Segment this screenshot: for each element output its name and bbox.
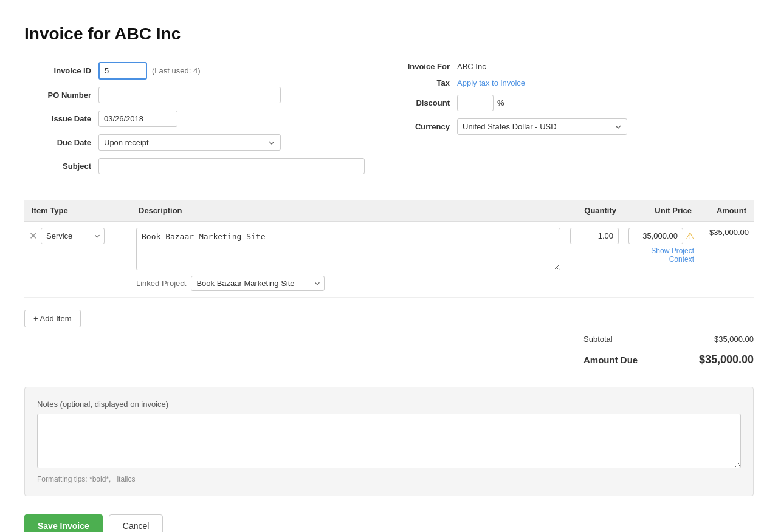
invoice-id-input[interactable] (98, 62, 147, 80)
col-header-unit-price: Unit Price (624, 200, 699, 222)
col-header-quantity: Quantity (565, 200, 624, 222)
subject-input[interactable] (98, 158, 365, 174)
tax-label: Tax (401, 78, 450, 87)
subtotal-value: $35,000.00 (714, 335, 754, 344)
discount-input[interactable] (457, 95, 494, 111)
po-number-label: PO Number (24, 90, 91, 100)
action-buttons: Save Invoice Cancel (24, 514, 754, 532)
currency-select[interactable]: United States Dollar - USD Euro - EUR Br… (457, 118, 627, 135)
items-table: Item Type Description Quantity Unit Pric… (24, 200, 754, 298)
unit-price-input[interactable] (628, 228, 683, 244)
notes-textarea[interactable] (37, 414, 741, 468)
col-header-amount: Amount (699, 200, 754, 222)
formatting-tips: Formatting tips: *bold*, _italics_ (37, 475, 741, 483)
amount-due-value: $35,000.00 (699, 353, 754, 366)
page-title: Invoice for ABC Inc (24, 24, 754, 44)
last-used-text: (Last used: 4) (152, 66, 201, 75)
po-number-input[interactable] (98, 87, 281, 103)
item-type-select[interactable]: Service Product Hours (41, 228, 105, 244)
quantity-input[interactable] (570, 228, 619, 244)
totals-section: Subtotal $35,000.00 Amount Due $35,000.0… (584, 332, 754, 369)
discount-label: Discount (401, 98, 450, 107)
notes-label: Notes (optional, displayed on invoice) (37, 400, 741, 409)
issue-date-input[interactable] (98, 111, 177, 127)
currency-label: Currency (401, 122, 450, 131)
warning-icon: ⚠ (686, 230, 694, 242)
remove-icon: ✕ (29, 231, 37, 241)
invoice-for-value: ABC Inc (457, 62, 486, 71)
amount-due-label: Amount Due (584, 355, 638, 365)
subtotal-label: Subtotal (584, 335, 613, 344)
col-header-description: Description (131, 200, 565, 222)
invoice-for-label: Invoice For (401, 62, 450, 71)
save-invoice-button[interactable]: Save Invoice (24, 514, 103, 532)
add-item-button[interactable]: + Add Item (24, 310, 81, 327)
notes-section: Notes (optional, displayed on invoice) F… (24, 387, 754, 496)
description-textarea[interactable]: Book Bazaar Marketing Site (136, 228, 560, 270)
due-date-label: Due Date (24, 138, 91, 147)
apply-tax-link[interactable]: Apply tax to invoice (457, 78, 525, 87)
percent-sign: % (497, 98, 504, 107)
invoice-id-label: Invoice ID (24, 66, 91, 75)
table-row: ✕ Service Product Hours Book Bazaar Mark… (24, 222, 754, 298)
cancel-button[interactable]: Cancel (109, 514, 164, 532)
subject-label: Subject (24, 162, 91, 171)
show-project-context-link[interactable]: Show Project Context (628, 247, 694, 264)
linked-project-select[interactable]: Book Bazaar Marketing Site (191, 276, 325, 291)
item-amount: $35,000.00 (699, 222, 754, 298)
remove-item-button[interactable]: ✕ (29, 231, 37, 241)
issue-date-label: Issue Date (24, 114, 91, 123)
linked-project-label: Linked Project (136, 279, 186, 288)
add-item-label: + Add Item (33, 314, 72, 323)
col-header-item-type: Item Type (24, 200, 131, 222)
due-date-select[interactable]: Upon receipt Net 15 Net 30 Net 60 Custom (98, 134, 281, 151)
